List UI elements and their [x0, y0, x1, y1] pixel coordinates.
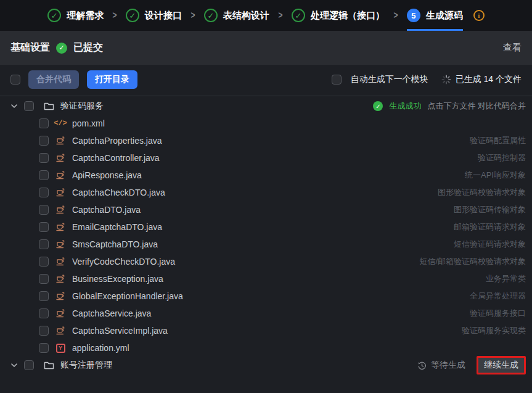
file-tree: 验证码服务 ✓ 生成成功 点击下方文件 对比代码合并 </> Y pom.xml… — [0, 97, 532, 374]
generated-count-text: 已生成 14 个文件 — [456, 74, 522, 85]
file-description: 邮箱验证码请求对象 — [454, 221, 526, 233]
file-name[interactable]: CaptchaCheckDTO.java — [72, 188, 165, 197]
file-description: 全局异常处理器 — [470, 291, 526, 302]
file-checkbox[interactable] — [39, 308, 49, 318]
file-row[interactable]: </> Y CaptchaProperties.java 验证码配置属性 — [0, 132, 532, 149]
file-name[interactable]: CaptchaProperties.java — [72, 136, 162, 146]
step-nav: ✓ 理解需求 > ✓ 设计接口 > ✓ 表结构设计 > ✓ 处理逻辑（接口） >… — [0, 0, 532, 31]
view-link[interactable]: 查看 — [503, 42, 522, 54]
file-toolbar: 合并代码 打开目录 自动生成下一个模块 已生成 14 个文件 — [0, 66, 532, 93]
java-file-icon — [55, 326, 66, 336]
folder-row-account-register[interactable]: 账号注册管理 等待生成 继续生成 — [0, 357, 532, 374]
file-row[interactable]: </> Y pom.xml — [0, 115, 532, 132]
auto-generate-next-checkbox[interactable] — [332, 75, 342, 85]
loading-spinner-icon — [441, 75, 451, 85]
file-checkbox[interactable] — [39, 274, 49, 284]
step-number-badge: 5 — [407, 9, 420, 22]
file-checkbox[interactable] — [39, 118, 49, 128]
info-icon[interactable]: i — [473, 10, 485, 21]
step-understand-requirements[interactable]: ✓ 理解需求 — [47, 0, 104, 31]
file-row[interactable]: </> Y VerifyCodeCheckDTO.java 短信/邮箱验证码校验… — [0, 253, 532, 270]
step-done-check-icon: ✓ — [47, 9, 61, 22]
yml-file-icon: Y — [55, 343, 66, 353]
file-checkbox[interactable] — [39, 136, 49, 146]
file-row[interactable]: </> Y CaptchaDTO.java 图形验证码传输对象 — [0, 201, 532, 218]
file-row[interactable]: </> Y ApiResponse.java 统一API响应对象 — [0, 167, 532, 184]
step-done-check-icon: ✓ — [204, 9, 218, 22]
file-row[interactable]: </> Y CaptchaCheckDTO.java 图形验证码校验请求对象 — [0, 184, 532, 201]
file-checkbox[interactable] — [39, 205, 49, 215]
step-separator: > — [191, 9, 195, 22]
folder-icon — [44, 102, 54, 111]
file-name[interactable]: pom.xml — [72, 118, 105, 128]
file-row[interactable]: </> Y EmailCaptchaDTO.java 邮箱验证码请求对象 — [0, 218, 532, 236]
file-checkbox[interactable] — [39, 170, 49, 180]
file-description: 短信/邮箱验证码校验请求对象 — [419, 256, 526, 267]
auto-generate-next-label[interactable]: 自动生成下一个模块 — [351, 74, 428, 85]
file-name[interactable]: GlobalExceptionHandler.java — [72, 291, 183, 301]
file-checkbox[interactable] — [39, 291, 49, 301]
generate-success-text: 生成成功 — [389, 101, 421, 112]
step-generate-source[interactable]: 5 生成源码 — [407, 0, 463, 31]
file-name[interactable]: VerifyCodeCheckDTO.java — [72, 257, 175, 267]
java-file-icon — [55, 239, 66, 249]
select-all-checkbox[interactable] — [10, 75, 20, 85]
waiting-status: 等待生成 — [417, 360, 465, 371]
chevron-down-icon[interactable] — [10, 362, 18, 369]
java-file-icon — [55, 153, 66, 163]
step-design-api[interactable]: ✓ 设计接口 — [126, 0, 182, 31]
file-row[interactable]: </> Y SmsCaptchaDTO.java 短信验证码请求对象 — [0, 236, 532, 253]
java-file-icon — [55, 205, 66, 215]
folder-row-captcha-service[interactable]: 验证码服务 ✓ 生成成功 点击下方文件 对比代码合并 — [0, 97, 532, 115]
file-description: 图形验证码传输对象 — [454, 204, 526, 215]
step-logic[interactable]: ✓ 处理逻辑（接口） — [292, 0, 385, 31]
step-label: 理解需求 — [67, 10, 104, 22]
file-checkbox[interactable] — [39, 257, 49, 267]
file-name[interactable]: ApiResponse.java — [72, 170, 142, 180]
submitted-status: 已提交 — [73, 41, 103, 54]
folder-name[interactable]: 验证码服务 — [60, 101, 104, 112]
file-name[interactable]: EmailCaptchaDTO.java — [72, 222, 162, 232]
step-done-check-icon: ✓ — [126, 9, 139, 22]
chevron-down-icon[interactable] — [10, 102, 18, 110]
folder-checkbox[interactable] — [24, 360, 34, 370]
file-row[interactable]: </> Y CaptchaServiceImpl.java 验证码服务实现类 — [0, 322, 532, 339]
folder-name[interactable]: 账号注册管理 — [60, 360, 112, 371]
file-row[interactable]: </> Y CaptchaController.java 验证码控制器 — [0, 149, 532, 167]
file-checkbox[interactable] — [39, 239, 49, 249]
file-checkbox[interactable] — [39, 222, 49, 232]
file-name[interactable]: SmsCaptchaDTO.java — [72, 239, 158, 249]
step-separator: > — [393, 9, 398, 22]
file-checkbox[interactable] — [39, 153, 49, 163]
folder-icon — [44, 361, 54, 370]
folder-checkbox[interactable] — [24, 101, 34, 111]
step-separator: > — [113, 9, 117, 22]
file-row[interactable]: </> Y GlobalExceptionHandler.java 全局异常处理… — [0, 288, 532, 305]
java-file-icon — [55, 308, 66, 318]
file-description: 验证码服务接口 — [470, 308, 526, 319]
file-name[interactable]: CaptchaController.java — [72, 153, 160, 163]
file-checkbox[interactable] — [39, 188, 49, 197]
file-description: 业务异常类 — [486, 273, 526, 284]
open-directory-button[interactable]: 打开目录 — [87, 70, 137, 89]
file-name[interactable]: CaptchaService.java — [72, 308, 151, 318]
submitted-check-icon: ✓ — [56, 43, 67, 54]
file-row[interactable]: </> Y application.yml — [0, 339, 532, 357]
step-label: 表结构设计 — [223, 10, 269, 22]
file-row[interactable]: </> Y BusinessException.java 业务异常类 — [0, 270, 532, 288]
file-name[interactable]: BusinessException.java — [72, 274, 163, 284]
file-checkbox[interactable] — [39, 343, 49, 353]
java-file-icon — [55, 188, 66, 197]
file-row[interactable]: </> Y CaptchaService.java 验证码服务接口 — [0, 305, 532, 322]
continue-generate-button[interactable]: 继续生成 — [477, 356, 526, 374]
file-name[interactable]: CaptchaServiceImpl.java — [72, 326, 168, 336]
settings-title: 基础设置 — [10, 41, 50, 54]
file-name[interactable]: application.yml — [72, 343, 129, 353]
step-label: 设计接口 — [145, 10, 182, 22]
step-done-check-icon: ✓ — [292, 9, 305, 22]
file-name[interactable]: CaptchaDTO.java — [72, 205, 141, 215]
merge-code-button[interactable]: 合并代码 — [28, 70, 79, 89]
step-table-design[interactable]: ✓ 表结构设计 — [204, 0, 269, 31]
file-checkbox[interactable] — [39, 326, 49, 336]
file-list: </> Y pom.xml </> — [0, 115, 532, 357]
